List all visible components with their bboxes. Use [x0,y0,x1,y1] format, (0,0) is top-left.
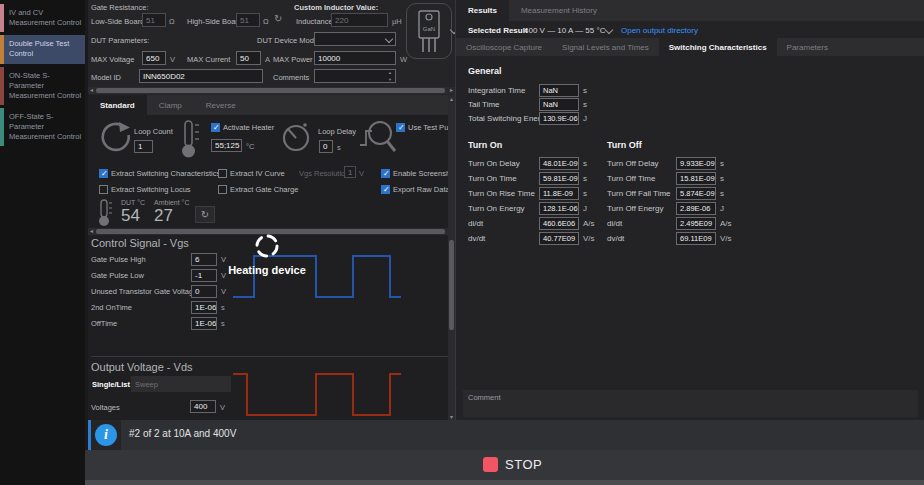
enable-screenshots-checkbox[interactable] [381,169,390,178]
loop-delay-label: Loop Delay [318,127,356,136]
low-side-board-input[interactable]: 51 [142,13,166,27]
selected-result-value[interactable]: 400 V — 10 A — 55 °C [524,26,605,35]
total-switching-energy-value: 130.9E-06 [539,112,579,125]
offtime-label: OffTime [91,319,117,328]
extract-switching-locus-checkbox[interactable] [99,185,108,194]
max-current-input[interactable]: 50 [236,51,261,65]
heater-setpoint-unit: °C [246,142,254,151]
extract-gate-charge-checkbox[interactable] [218,185,227,194]
comments-stepper[interactable]: ▲▼ [388,69,392,83]
max-power-input[interactable]: 10000 [314,51,396,65]
ambient-temp-value: 27 [154,206,173,226]
high-side-board-unit: Ω [263,17,269,26]
model-id-input[interactable]: INN650D02 [139,69,263,83]
tab-parameters[interactable]: Parameters [777,38,838,56]
turn-off-time-value: 15.81E-09 [676,172,716,185]
params-horizontal-scrollbar[interactable]: ◂ ▸ [88,87,455,94]
tab-sweep[interactable]: Sweep [131,376,162,392]
turn-off-didt-label: di/dt [607,219,622,228]
heater-setpoint-input[interactable]: 55;125 [211,139,242,152]
total-switching-energy-label: Total Switching Energy [468,114,549,123]
sidebar-item-on-state[interactable]: ON-State S-Parameter Measurement Control [0,67,85,105]
refresh-temperature-button[interactable]: ↻ [195,206,215,223]
turn-off-energy-value: 2.89E-06 [676,202,716,215]
turn-off-fall-time-value: 5.874E-09 [676,187,716,200]
unused-gate-voltage-unit: V [221,287,226,296]
selected-result-chevron-icon[interactable] [605,26,613,34]
output-voltage-title: Output Voltage - Vds [91,361,193,373]
tab-switching-characteristics[interactable]: Switching Characteristics [659,38,777,56]
high-side-board-input[interactable]: 51 [236,13,260,27]
turn-off-delay-unit: s [720,159,724,168]
second-ontime-input[interactable]: 1E-06 [191,301,217,314]
sidebar-item-double-pulse[interactable]: Double Pulse Test Control [0,35,85,63]
sidebar-item-label: Double Pulse Test Control [9,39,69,58]
turn-off-section-title: Turn Off [607,140,642,150]
loop-count-icon [100,121,132,153]
activate-heater-label: Activate Heater [223,123,274,132]
turn-off-time-unit: s [720,174,724,183]
status-bar: i #2 of 2 at 10A and 400V [88,420,924,450]
voltages-input[interactable]: 400 [190,400,216,413]
tab-oscilloscope-capture[interactable]: Oscilloscope Capture [456,38,552,56]
tab-clamp[interactable]: Clamp [147,95,194,115]
vgs-resolution-unit: V [359,169,364,178]
tab-results[interactable]: Results [456,0,509,21]
voltages-label: Voltages [91,403,120,412]
offtime-input[interactable]: 1E-06 [191,317,217,330]
extract-switching-characteristics-checkbox[interactable] [99,169,108,178]
dut-device-mode-select[interactable] [314,32,396,46]
integration-time-unit: s [583,86,587,95]
refresh-resistance-icon[interactable]: ↻ [274,13,282,24]
integration-time-label: Integration Time [468,86,525,95]
dut-device-mode-label: DUT Device Mode [257,36,318,45]
max-voltage-input[interactable]: 650 [142,51,166,65]
tab-standard[interactable]: Standard [88,95,147,115]
tab-single-list[interactable]: Single/List [88,376,131,392]
vgs-resolution-input[interactable]: 1 [344,166,356,178]
max-current-unit: A [265,55,270,64]
info-icon: i [95,424,117,446]
device-package-box[interactable]: GaN [406,3,452,59]
gate-pulse-low-input[interactable]: -1 [191,269,217,282]
dut-temp-label: DUT °C [121,199,145,206]
inductance-input[interactable]: 220 [331,13,388,27]
bottom-bar: STOP [85,450,924,480]
sidebar-item-iv-cv[interactable]: IV and CV Measurement Control [0,4,85,32]
max-power-label: MAX Power [273,55,313,64]
tab-signal-levels-times[interactable]: Signal Levels and Times [552,38,659,56]
turn-off-didt-unit: A/s [720,219,732,228]
stop-button[interactable]: STOP [483,457,542,472]
stop-square-icon [483,457,498,472]
open-output-directory-link[interactable]: Open output directory [621,26,698,35]
loop-count-input[interactable]: 1 [134,140,153,153]
comments-input[interactable] [314,69,396,83]
sidebar-item-off-state[interactable]: OFF-State S-Parameter Measurement Contro… [0,108,85,146]
dut-temp-value: 54 [121,206,140,226]
turn-off-dvdt-value: 69.11E09 [676,232,716,245]
export-raw-data-checkbox[interactable] [381,185,390,194]
turn-on-rise-time-label: Turn On Rise Time [468,189,535,198]
gate-pulse-low-unit: V [221,271,226,280]
tab-reverse[interactable]: Reverse [194,95,248,115]
voltages-unit: V [220,403,225,412]
extract-iv-curve-checkbox[interactable] [218,169,227,178]
turn-on-time-unit: s [583,174,587,183]
tab-measurement-history[interactable]: Measurement History [509,0,609,21]
results-sub-tabstrip: Oscilloscope Capture Signal Levels and T… [456,38,924,56]
inductance-label: Inductance [296,17,333,26]
comment-field[interactable]: Comment [463,390,918,417]
turn-on-dvdt-value: 40.77E09 [539,232,579,245]
unused-gate-voltage-input[interactable]: 0 [191,285,217,298]
left-panel-vertical-scrollbar[interactable]: ▴ ▾ [448,95,455,420]
activate-heater-checkbox[interactable] [211,123,220,132]
vds-waveform [233,372,401,420]
second-ontime-label: 2nd OnTime [91,303,132,312]
max-voltage-unit: V [170,55,175,64]
temperature-readout-icon [98,199,114,227]
loop-delay-input[interactable]: 0 [319,140,333,153]
use-test-pulse-checkbox[interactable] [396,123,405,132]
gate-pulse-high-input[interactable]: 6 [191,253,217,266]
gate-pulse-high-label: Gate Pulse High [91,255,146,264]
turn-on-delay-value: 48.01E-09 [539,157,579,170]
